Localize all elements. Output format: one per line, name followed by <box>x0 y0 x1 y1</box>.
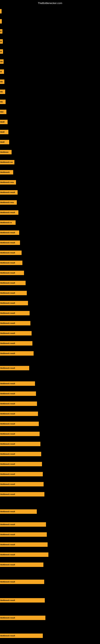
bar-label: Bottleneck result <box>0 252 15 254</box>
bar-item: Bottleneck result <box>0 281 26 285</box>
bar-item: Bo <box>0 100 6 104</box>
bar-label: Bottleneck result <box>0 510 15 512</box>
bar-item: Bo <box>0 59 3 64</box>
bar-item: Bottleneck result <box>0 230 19 235</box>
bar-label: Bottleneck result <box>0 212 15 214</box>
bar-label: Bottleneck result <box>0 483 15 485</box>
bar-item: Bottleneck result <box>0 402 37 406</box>
bar-label: Bottleneck result <box>0 242 15 244</box>
bar-label: Bo <box>0 101 3 103</box>
site-title: TheBottlenecker.com <box>38 2 62 5</box>
bar-label: E <box>0 30 1 32</box>
bar-item: Bottleneck result <box>0 432 40 436</box>
bar-label: Bottleneck result <box>0 493 15 495</box>
bar-item: Bottleneck result <box>0 412 38 416</box>
bar-item: Bottleneck result <box>0 422 39 426</box>
bar-label: Bottleneck result <box>0 403 15 405</box>
bar-item: Bottlenec <box>0 150 12 154</box>
bar-item: E <box>0 29 2 34</box>
bar-item: Bottleneck resu <box>0 180 16 184</box>
bar-item: Bottleneck result <box>0 366 29 370</box>
bar-label: Bottleneck result <box>0 322 15 324</box>
bar-label: Bottleneck re <box>0 222 12 224</box>
bar-item: Bottleneck result <box>0 260 22 265</box>
bar-label: Bottleneck result <box>0 453 15 455</box>
bar-item: Bottleneck result <box>0 634 43 638</box>
bar-item: Bottleneck <box>0 170 13 174</box>
bar-item: Bottleneck res <box>0 160 14 164</box>
bar-label: Bottleneck result <box>0 352 15 354</box>
bar-label: B <box>0 71 2 73</box>
bar-item: Bottleneck result <box>0 509 37 514</box>
bar-label: Bo <box>0 91 3 93</box>
bar-item: Bottleneck result <box>0 580 44 584</box>
bar-item: Bottleneck result <box>0 381 35 386</box>
bar-label: Bottleneck result <box>0 544 15 546</box>
bar-label: Bottleneck result <box>0 443 15 445</box>
bar-item: Bottleneck result <box>0 542 48 547</box>
bar-item: Bottleneck result <box>0 392 36 396</box>
bar-item: Bottleneck result <box>0 240 20 245</box>
bar-label: Bottleneck result <box>0 367 15 369</box>
bar-item: Bottleneck result <box>0 472 43 476</box>
bar-label: Bottleneck result <box>0 302 15 304</box>
bar-item: Bottleneck result <box>0 351 34 356</box>
bar-item: Bottleneck result <box>0 271 24 275</box>
bar-label: Bottleneck result <box>0 282 15 284</box>
bar-label: Bottleneck resu <box>0 181 14 183</box>
bar-item: Bo <box>0 80 4 84</box>
bar-label: Bottleneck result <box>0 581 15 583</box>
bar-item: Bottl <box>0 130 8 134</box>
bar-item: Bottleneck result <box>0 341 32 346</box>
bar-label: Bottlenec <box>0 151 9 153</box>
bar-item: Bottleneck resu <box>0 200 17 205</box>
bar-label: Bottleneck result <box>0 423 15 425</box>
bar-item: Bottleneck result <box>0 532 47 537</box>
bar-item: Bottleneck result <box>0 210 18 215</box>
bar-label: Bottleneck <box>0 171 10 173</box>
bar-item: Bottleneck re <box>0 220 16 225</box>
bar-item: Bottleneck result <box>0 452 41 456</box>
bar-item: Bottl <box>0 120 8 124</box>
bar-item: Bottleneck result <box>0 190 18 194</box>
bar-label: Bottleneck result <box>0 534 15 536</box>
bar-label: Bottleneck result <box>0 232 15 234</box>
bar-label: Bottleneck result <box>0 413 15 415</box>
bar-item: Bottl <box>0 140 9 144</box>
bar-item <box>0 9 1 14</box>
bar-item: B <box>0 70 4 74</box>
bar-label: B <box>0 40 2 42</box>
bar-label: Bottl <box>0 141 4 143</box>
bar-item: Bot <box>0 110 6 114</box>
bar-label: Bottl <box>0 131 4 133</box>
bar-label: Bottleneck res <box>0 161 13 163</box>
bar-label: Bottleneck resu <box>0 202 14 204</box>
bar-item: Bottleneck result <box>0 250 22 255</box>
bar-label: Bottleneck result <box>0 312 15 314</box>
bar-label: B <box>0 50 2 52</box>
bar-label: Bottl <box>0 121 4 123</box>
bar-item: Bottleneck result <box>0 522 46 527</box>
bar-item: Bottleneck result <box>0 291 27 295</box>
bar-item: Bottleneck result <box>0 442 40 446</box>
bar-item: Bo <box>0 90 5 94</box>
bar-item: B <box>0 49 3 54</box>
bar-item: Bottleneck result <box>0 311 30 315</box>
bar-item: Bottleneck result <box>0 492 44 496</box>
bar-label: Bottleneck result <box>0 332 15 334</box>
bar-label: Bottleneck result <box>0 272 15 274</box>
bar-item: Bottleneck result <box>0 462 42 466</box>
bar-item: Bottleneck result <box>0 552 49 557</box>
bar-item: Bottleneck result <box>0 598 45 602</box>
bar-label: Bottleneck result <box>0 342 15 344</box>
bar-item: B <box>0 39 3 44</box>
bar-label: Bottleneck result <box>0 564 15 566</box>
bar-label: Bottleneck result <box>0 292 15 294</box>
bar-item: Bottleneck result <box>0 482 44 486</box>
bar-label: Bottleneck result <box>0 473 15 475</box>
bar-label: Bottleneck result <box>0 635 15 637</box>
bar-label: Bottleneck result <box>0 192 15 194</box>
bar-label: Bo <box>0 60 3 62</box>
bar-label: Bottleneck result <box>0 599 15 601</box>
bar-item: Bottleneck result <box>0 301 28 305</box>
